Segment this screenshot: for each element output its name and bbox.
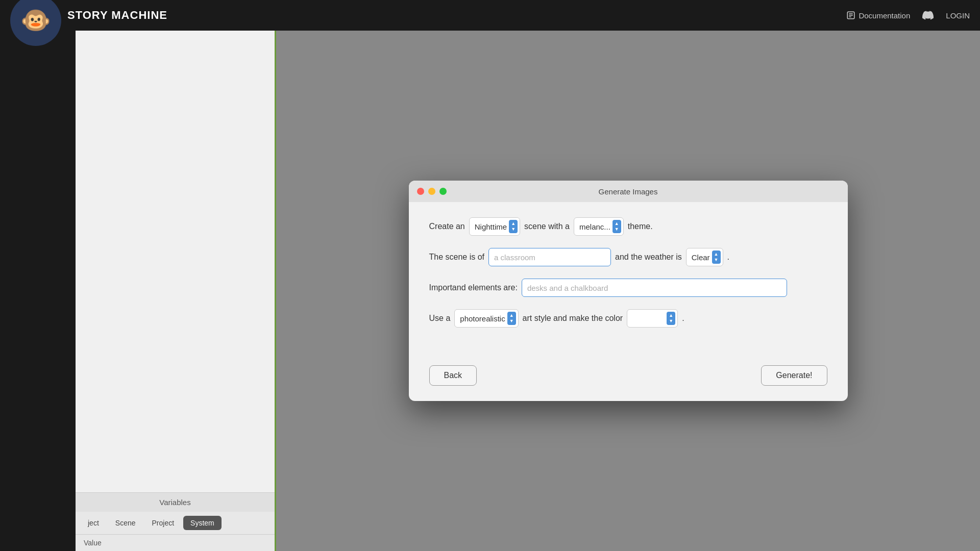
theme-down-arrow: ▼ xyxy=(615,227,619,232)
row2-suffix: . xyxy=(727,253,729,262)
style-select[interactable]: photorealistic ▲ ▼ xyxy=(454,309,518,328)
right-panel: Generate Images Create an Nighttime ▲ ▼ xyxy=(276,31,980,551)
weather-down-arrow: ▼ xyxy=(714,257,719,263)
elements-input[interactable] xyxy=(522,279,787,297)
minimize-button[interactable] xyxy=(428,188,435,195)
docs-icon xyxy=(846,11,855,20)
row4-prefix: Use a xyxy=(429,314,451,323)
style-arrows[interactable]: ▲ ▼ xyxy=(507,312,516,325)
window-buttons xyxy=(417,188,447,195)
generate-images-modal: Generate Images Create an Nighttime ▲ ▼ xyxy=(409,181,848,401)
color-arrows[interactable]: ▲ ▼ xyxy=(667,312,675,325)
app-title: STORY MACHINE xyxy=(67,9,167,22)
theme-value: melanc... xyxy=(579,222,610,231)
row-1: Create an Nighttime ▲ ▼ scene with a mel… xyxy=(429,217,827,236)
weather-select[interactable]: Clear ▲ ▼ xyxy=(686,248,723,266)
row2-prefix: The scene is of xyxy=(429,253,485,262)
navbar-logo-area: 🐵 STORY MACHINE xyxy=(10,0,167,46)
app-logo: 🐵 xyxy=(10,0,61,46)
weather-arrows[interactable]: ▲ ▼ xyxy=(712,251,721,264)
variables-tabs: ject Scene Project System xyxy=(76,512,275,534)
color-select[interactable]: ▲ ▼ xyxy=(627,309,678,328)
row4-suffix: . xyxy=(682,314,684,323)
time-value: Nighttime xyxy=(475,222,507,231)
tab-scene[interactable]: Scene xyxy=(108,516,143,530)
time-up-arrow: ▲ xyxy=(511,221,516,227)
generate-button[interactable]: Generate! xyxy=(761,365,827,386)
row2-middle: and the weather is xyxy=(615,253,682,262)
login-link[interactable]: LOGIN xyxy=(946,11,970,20)
style-up-arrow: ▲ xyxy=(509,313,514,318)
style-down-arrow: ▼ xyxy=(509,318,514,324)
close-button[interactable] xyxy=(417,188,424,195)
documentation-link[interactable]: Documentation xyxy=(846,11,910,20)
row1-prefix: Create an xyxy=(429,222,465,231)
color-up-arrow: ▲ xyxy=(669,313,673,318)
back-button[interactable]: Back xyxy=(429,365,477,386)
tab-project[interactable]: Project xyxy=(145,516,182,530)
modal-body: Create an Nighttime ▲ ▼ scene with a mel… xyxy=(409,202,848,355)
discord-link[interactable] xyxy=(922,10,934,21)
color-down-arrow: ▼ xyxy=(669,318,673,324)
style-value: photorealistic xyxy=(460,314,505,323)
row-4: Use a photorealistic ▲ ▼ art style and m… xyxy=(429,309,827,328)
modal-footer: Back Generate! xyxy=(409,355,848,401)
main-area: Variables ject Scene Project System Valu… xyxy=(76,31,980,551)
scene-input[interactable] xyxy=(488,248,611,266)
navbar-right: Documentation LOGIN xyxy=(846,10,970,21)
theme-up-arrow: ▲ xyxy=(615,221,619,227)
time-down-arrow: ▼ xyxy=(511,227,516,232)
row4-middle: art style and make the color xyxy=(523,314,623,323)
weather-up-arrow: ▲ xyxy=(714,252,719,257)
row1-middle: scene with a xyxy=(524,222,570,231)
theme-arrows[interactable]: ▲ ▼ xyxy=(612,220,621,233)
theme-select[interactable]: melanc... ▲ ▼ xyxy=(574,217,624,236)
row-3: Importand elements are: xyxy=(429,279,827,297)
modal-overlay: Generate Images Create an Nighttime ▲ ▼ xyxy=(276,31,980,551)
row3-prefix: Importand elements are: xyxy=(429,283,518,292)
weather-value: Clear xyxy=(692,253,710,262)
navbar: 🐵 STORY MACHINE Documentation LOGIN xyxy=(0,0,980,31)
variables-title: Variables xyxy=(76,493,275,512)
time-arrows[interactable]: ▲ ▼ xyxy=(509,220,518,233)
maximize-button[interactable] xyxy=(439,188,447,195)
left-panel: Variables ject Scene Project System Valu… xyxy=(76,31,275,551)
row-2: The scene is of and the weather is Clear… xyxy=(429,248,827,266)
discord-icon xyxy=(922,10,934,21)
variables-column-header: Value xyxy=(76,534,275,551)
color-value xyxy=(632,314,665,323)
time-select[interactable]: Nighttime ▲ ▼ xyxy=(469,217,520,236)
tab-system[interactable]: System xyxy=(183,516,222,530)
row1-suffix: theme. xyxy=(628,222,653,231)
tab-ject[interactable]: ject xyxy=(81,516,106,530)
modal-titlebar: Generate Images xyxy=(409,181,848,202)
modal-title: Generate Images xyxy=(599,187,658,196)
variables-panel: Variables ject Scene Project System Valu… xyxy=(76,492,275,551)
